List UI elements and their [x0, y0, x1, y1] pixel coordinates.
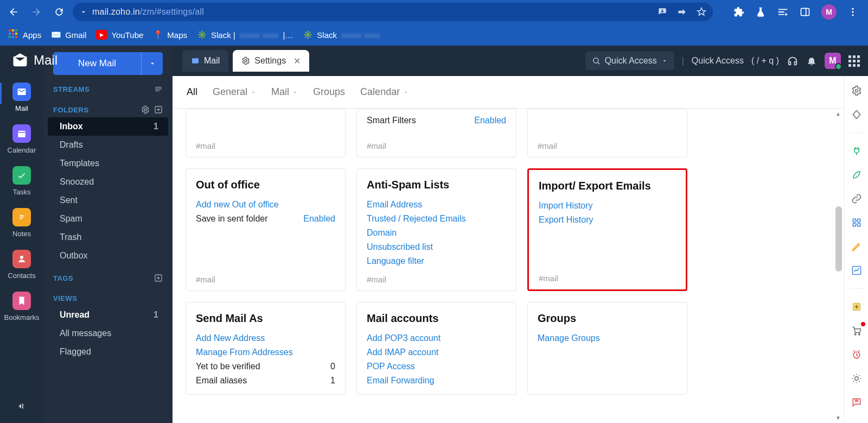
bookmark-youtube[interactable]: ▶YouTube	[96, 30, 143, 40]
panel-icon[interactable]	[800, 7, 810, 17]
as-domain-link[interactable]: Domain	[367, 228, 397, 238]
views-header[interactable]: VIEWS	[43, 291, 173, 306]
as-email-link[interactable]: Email Address	[367, 200, 422, 210]
share-icon[interactable]	[677, 7, 687, 17]
apps-grid-icon[interactable]	[848, 55, 859, 66]
subtab-groups[interactable]: Groups	[313, 86, 345, 98]
app-root: Mail Mail Calendar Tasks Notes Contacts …	[0, 46, 868, 423]
star-icon[interactable]	[697, 7, 706, 17]
folder-sent[interactable]: Sent	[48, 191, 168, 210]
rail-mail[interactable]: Mail	[5, 79, 38, 113]
util-diamond-icon[interactable]	[850, 108, 864, 122]
tab-settings[interactable]: Settings✕	[233, 50, 309, 72]
folder-snoozed[interactable]: Snoozed	[48, 173, 168, 191]
acc-pop-link[interactable]: POP Access	[367, 362, 415, 371]
bookmark-gmail[interactable]: ✉️Gmail	[51, 30, 86, 40]
ooo-save-status[interactable]: Enabled	[303, 214, 335, 224]
util-clock-icon[interactable]	[850, 348, 864, 362]
folder-outbox[interactable]: Outbox	[48, 247, 168, 265]
as-trusted-link[interactable]: Trusted / Rejected Emails	[367, 214, 466, 224]
scroll-down-icon[interactable]: ▼	[835, 415, 841, 421]
acc-fwd-link[interactable]: Email Forwarding	[367, 376, 434, 386]
user-avatar[interactable]: M	[825, 53, 841, 69]
streams-settings-icon[interactable]	[154, 85, 163, 93]
rail-notes[interactable]: Notes	[5, 205, 38, 239]
quick-access-label: Quick Access	[692, 56, 744, 66]
util-leaf-icon[interactable]	[850, 168, 864, 182]
site-info-icon[interactable]	[79, 8, 88, 16]
quick-access-button[interactable]: Quick Access	[585, 52, 674, 70]
util-chat-icon[interactable]	[850, 395, 864, 409]
url-bar[interactable]: mail.zoho.in/zm/#settings/all	[73, 3, 713, 21]
apps-launcher[interactable]: Apps	[9, 30, 41, 40]
settings-cards[interactable]: ▲ ▼ #mail Smart FiltersEnabled #mail	[173, 109, 844, 423]
rail-tasks[interactable]: Tasks	[5, 163, 38, 197]
export-history-link[interactable]: Export History	[539, 215, 593, 225]
rail-bookmarks[interactable]: Bookmarks	[5, 288, 38, 323]
util-link-icon[interactable]	[850, 192, 864, 206]
sendas-add-link[interactable]: Add New Address	[196, 333, 265, 343]
folder-spam[interactable]: Spam	[48, 210, 168, 228]
util-puzzle-icon[interactable]	[850, 216, 864, 230]
collapse-rail-button[interactable]	[12, 397, 31, 415]
labs-icon[interactable]	[755, 7, 766, 17]
subtab-general[interactable]: General	[213, 86, 256, 98]
svg-rect-4	[18, 131, 25, 137]
util-gear-icon[interactable]	[850, 84, 864, 98]
rail-contacts[interactable]: Contacts	[5, 247, 38, 281]
extension-icon[interactable]	[733, 7, 744, 17]
tags-header[interactable]: TAGS	[43, 270, 173, 286]
folder-trash[interactable]: Trash	[48, 228, 168, 247]
forward-button[interactable]	[27, 3, 46, 21]
subtab-mail[interactable]: Mail	[271, 86, 298, 98]
util-cart-icon[interactable]	[850, 324, 864, 338]
install-icon[interactable]	[658, 7, 667, 17]
util-sun-icon[interactable]	[850, 371, 864, 386]
svg-point-11	[593, 58, 598, 63]
browser-chrome: mail.zoho.in/zm/#settings/all M Apps ✉️G…	[0, 0, 868, 46]
scroll-up-icon[interactable]: ▲	[835, 111, 841, 117]
view-flagged[interactable]: Flagged	[48, 343, 168, 361]
folder-templates[interactable]: Templates	[48, 154, 168, 173]
kebab-icon[interactable]	[847, 7, 858, 17]
profile-avatar[interactable]: M	[821, 4, 837, 20]
view-all[interactable]: All messages	[48, 324, 168, 343]
add-folder-icon[interactable]	[154, 105, 163, 114]
folder-inbox[interactable]: Inbox1	[48, 117, 168, 136]
rail-calendar[interactable]: Calendar	[5, 121, 38, 155]
bell-icon[interactable]	[806, 55, 817, 66]
streams-header[interactable]: STREAMS	[43, 81, 173, 97]
folder-drafts[interactable]: Drafts	[48, 136, 168, 154]
scrollbar-thumb[interactable]	[835, 206, 842, 272]
sendas-manage-link[interactable]: Manage From Addresses	[196, 348, 293, 357]
playlist-icon[interactable]	[777, 6, 789, 18]
reload-button[interactable]	[50, 3, 68, 21]
import-history-link[interactable]: Import History	[539, 201, 593, 211]
subtab-calendar[interactable]: Calendar	[360, 86, 409, 98]
close-tab-icon[interactable]: ✕	[293, 56, 301, 66]
groups-manage-link[interactable]: Manage Groups	[538, 333, 600, 343]
util-pencil-icon[interactable]	[850, 239, 864, 254]
subtab-all[interactable]: All	[187, 86, 197, 98]
back-button[interactable]	[4, 3, 23, 21]
util-note-add-icon[interactable]	[850, 300, 864, 314]
card-partial-3: #mail	[527, 109, 687, 157]
tab-mail[interactable]: Mail	[182, 50, 228, 72]
bookmark-maps[interactable]: 📍Maps	[153, 30, 187, 40]
add-tag-icon[interactable]	[154, 274, 163, 282]
as-unsub-link[interactable]: Unsubscribed list	[367, 242, 433, 252]
acc-pop3-link[interactable]: Add POP3 account	[367, 333, 441, 343]
as-lang-link[interactable]: Language filter	[367, 256, 424, 266]
view-unread[interactable]: Unread1	[48, 306, 168, 324]
gear-icon[interactable]	[141, 105, 150, 114]
url-text: mail.zoho.in/zm/#settings/all	[92, 7, 204, 17]
headset-icon[interactable]	[787, 55, 799, 67]
ooo-add-link[interactable]: Add new Out of office	[196, 200, 279, 210]
bookmark-slack-1[interactable]: ✳️Slack | xxxxx xxxx |…	[197, 30, 293, 40]
smart-filters-status[interactable]: Enabled	[474, 116, 506, 125]
util-chart-icon[interactable]	[850, 263, 864, 277]
bookmark-slack-2[interactable]: ✳️Slack xxxxx xxxx	[303, 30, 380, 40]
acc-imap-link[interactable]: Add IMAP account	[367, 348, 438, 357]
folders-header[interactable]: FOLDERS	[43, 102, 173, 117]
util-plug-icon[interactable]	[850, 144, 864, 158]
